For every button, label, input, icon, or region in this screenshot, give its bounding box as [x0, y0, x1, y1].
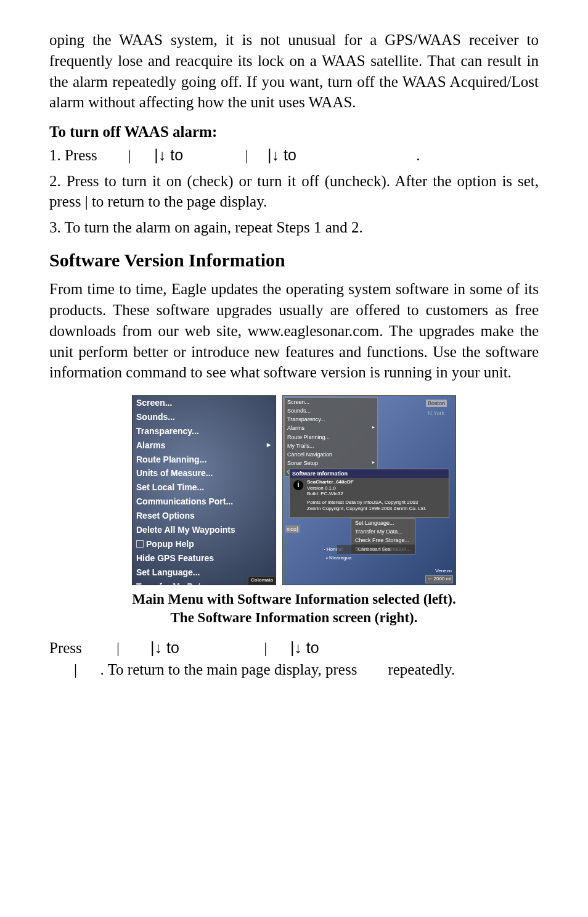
- final-bar1: |: [116, 639, 120, 656]
- menu-item-delete-waypoints[interactable]: Delete All My Waypoints: [133, 523, 276, 537]
- map-scale-bar: ↔ 2000 mi: [425, 575, 453, 583]
- menu-item-units-of-measure[interactable]: Units of Measure...: [133, 466, 276, 480]
- caption-line-1: Main Menu with Software Information sele…: [132, 591, 455, 607]
- menu-item-reset-options[interactable]: Reset Options: [133, 509, 276, 523]
- figure-left-main-menu: Screen... Sounds... Transparency... Alar…: [132, 395, 276, 585]
- heading-turn-off-alarm: To turn off WAAS alarm:: [49, 121, 539, 142]
- figure-row: Screen... Sounds... Transparency... Alar…: [49, 395, 539, 585]
- r-menu-screen[interactable]: Screen...: [285, 398, 377, 406]
- r-menu-my-trails[interactable]: My Trails...: [285, 442, 377, 450]
- step-1: 1. Press | |↓ to | |↓ to .: [49, 145, 539, 166]
- figure-right-software-info-screen: Boston N.York Screen... Sounds... Transp…: [282, 395, 456, 585]
- map-label-boston: Boston: [426, 400, 447, 407]
- fig-left-footer-label: Colomaia: [248, 576, 276, 585]
- menu-item-hide-gps-features[interactable]: Hide GPS Features: [133, 551, 276, 565]
- swinfo-zenrin: Zenrin Copyright, Copyright 1999-2003 Ze…: [307, 506, 446, 512]
- final-bar2: |: [264, 639, 267, 656]
- menu-item-set-local-time[interactable]: Set Local Time...: [133, 480, 276, 495]
- map-label-nicaragua: Nicaragua: [329, 555, 351, 561]
- page-content: oping the WAAS system, it is not unusual…: [0, 0, 588, 717]
- menu-item-screen[interactable]: Screen...: [133, 396, 276, 410]
- menu-item-route-planning[interactable]: Route Planning...: [133, 453, 276, 467]
- map-label-venezu: Venezu: [435, 568, 452, 575]
- final-press: Press: [49, 639, 82, 656]
- right-top-dropdown[interactable]: Screen... Sounds... Transparency... Alar…: [284, 397, 378, 477]
- swinfo-version: Version 0.1.0: [307, 485, 446, 491]
- step1-bar2: |: [245, 147, 252, 163]
- final-instructions: Press | |↓ to | |↓ to | . To return to t…: [49, 637, 539, 680]
- final-repeatedly: repeatedly.: [388, 661, 455, 678]
- step-3: 3. To turn the alarm on again, repeat St…: [49, 217, 539, 238]
- step1-period: .: [416, 147, 420, 163]
- map-dot-nicaragua: • Nicaragua: [326, 555, 352, 562]
- swinfo-build: Build: PC-Win32: [307, 491, 446, 497]
- menu-item-communications-port[interactable]: Communications Port...: [133, 495, 276, 509]
- intro-paragraph: oping the WAAS system, it is not unusual…: [49, 30, 539, 113]
- final-bar3: |: [74, 661, 77, 678]
- software-info-box: Software Information i SeaCharter_640cDF…: [289, 469, 449, 518]
- sub-transfer-my-data[interactable]: Transfer My Data...: [351, 527, 415, 536]
- final-arrow1: |↓ to: [150, 639, 179, 656]
- r-menu-sonar-setup[interactable]: Sonar Setup: [285, 459, 377, 467]
- swinfo-product: SeaCharter_640cDF: [307, 479, 354, 485]
- software-info-body: i SeaCharter_640cDF Version 0.1.0 Build:…: [290, 478, 449, 514]
- final-return-text: . To return to the main page display, pr…: [100, 661, 361, 678]
- step1-arrow1: |↓ to: [154, 146, 187, 163]
- swinfo-poi: Points of Interest Data by infoUSA, Copy…: [307, 500, 446, 506]
- figure-caption: Main Menu with Software Information sele…: [49, 590, 539, 627]
- step1-bar1: |: [128, 147, 135, 163]
- menu-item-alarms[interactable]: Alarms▸: [133, 438, 276, 453]
- step-2: 2. Press to turn it on (check) or turn i…: [49, 171, 539, 213]
- r-menu-cancel-navigation[interactable]: Cancel Navigation: [285, 450, 377, 459]
- final-arrow2: |↓ to: [290, 639, 319, 656]
- section-title-software-version: Software Version Information: [49, 248, 539, 273]
- caption-line-2: The Software Information screen (right).: [171, 610, 418, 625]
- sub-set-language[interactable]: Set Language...: [351, 519, 415, 527]
- submenu-arrow-icon: ▸: [267, 440, 271, 450]
- map-label-xico: xico): [285, 525, 300, 533]
- r-menu-alarms[interactable]: Alarms: [285, 424, 377, 432]
- r-menu-sounds[interactable]: Sounds...: [285, 406, 377, 415]
- software-info-title: Software Information: [290, 469, 449, 478]
- menu-item-popup-help[interactable]: Popup Help: [133, 537, 276, 551]
- step1-arrow2: |↓ to: [267, 146, 301, 163]
- r-menu-route-planning[interactable]: Route Planning...: [285, 433, 377, 442]
- sub-check-free-storage[interactable]: Check Free Storage...: [351, 536, 415, 545]
- menu-item-transparency[interactable]: Transparency...: [133, 424, 276, 438]
- menu-item-sounds[interactable]: Sounds...: [133, 410, 276, 424]
- step1-prefix: 1. Press: [49, 147, 101, 163]
- map-label-caribbean: Caribbean Sea: [337, 545, 411, 554]
- info-icon: i: [293, 480, 303, 490]
- section-paragraph: From time to time, Eagle updates the ope…: [49, 279, 539, 383]
- r-menu-transparency[interactable]: Transparency...: [285, 415, 377, 424]
- map-label-nyork: N.York: [428, 409, 444, 417]
- menu-alarms-label: Alarms: [136, 440, 165, 450]
